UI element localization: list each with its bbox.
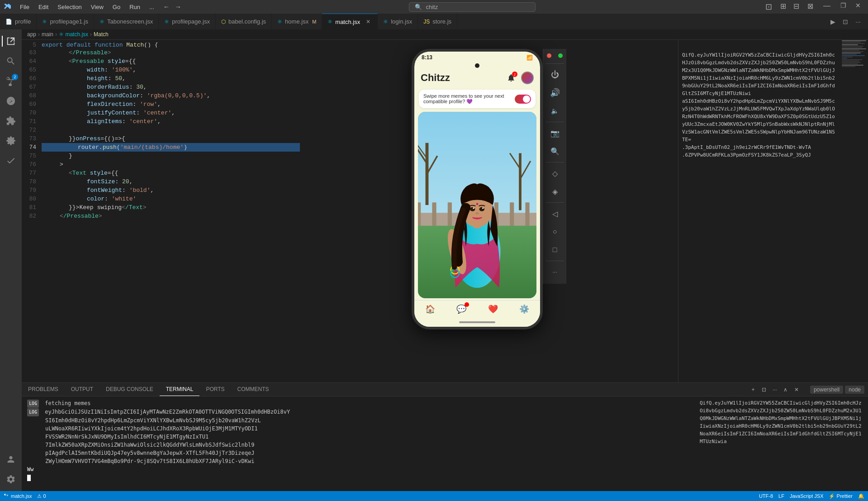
terminal-cursor bbox=[27, 475, 31, 481]
tab-babel[interactable]: ⬡ babel.config.js bbox=[216, 14, 272, 29]
phone-camera-dot bbox=[475, 63, 479, 68]
sidebar-item-extensions[interactable] bbox=[2, 112, 20, 130]
phone-nav-bar[interactable]: 🏠 💬 ❤️ ⚙️ bbox=[414, 300, 540, 318]
minimize-button[interactable]: — bbox=[819, 2, 835, 12]
home-button[interactable]: ○ bbox=[547, 224, 563, 240]
layout-toggle-1[interactable]: ⊡ bbox=[762, 2, 776, 12]
phone-avatar[interactable] bbox=[521, 72, 534, 84]
go-menu[interactable]: Go bbox=[109, 3, 124, 11]
sidebar-item-settings[interactable] bbox=[2, 470, 20, 488]
edit-menu[interactable]: Edit bbox=[35, 3, 52, 11]
kill-terminal-button[interactable]: ··· bbox=[770, 385, 779, 394]
tab-home[interactable]: ⚛ home.jsx M bbox=[272, 14, 322, 29]
node-terminal[interactable]: node bbox=[845, 386, 864, 394]
back-button[interactable]: ◁ bbox=[547, 205, 563, 222]
sidebar-item-testing[interactable] bbox=[2, 152, 20, 170]
volume-up-button[interactable]: 🔊 bbox=[547, 85, 563, 101]
tab-label-profile: profile bbox=[15, 18, 31, 25]
phone-nav-settings[interactable]: ⚙️ bbox=[519, 304, 529, 314]
svg-point-26 bbox=[470, 207, 475, 211]
breadcrumb-file: ⚛ match.jsx bbox=[59, 31, 88, 38]
log-text-1: fetching memes bbox=[45, 400, 90, 406]
tab-label-profilepage2: profilepage.jsx bbox=[172, 18, 210, 25]
tab-icon-login: ⚛ bbox=[383, 19, 388, 25]
command-palette[interactable]: 🔍 chitz bbox=[409, 2, 536, 12]
sim-separator bbox=[545, 63, 564, 64]
tab-match[interactable]: ⚛ match.jsx ✕ bbox=[322, 14, 378, 29]
tab-store[interactable]: JS store.js bbox=[418, 14, 457, 29]
volume-down-button[interactable]: 🔈 bbox=[547, 103, 563, 119]
log-line-4: uLWNoaXR6RIiwiYXkIjoicm4tY2hpdHoiLCJhdXR… bbox=[27, 425, 693, 433]
nav-forward-button[interactable]: → bbox=[173, 2, 183, 11]
svg-rect-12 bbox=[448, 202, 452, 228]
panel-tab-comments[interactable]: COMMENTS bbox=[231, 383, 275, 396]
sidebar-item-remote[interactable] bbox=[2, 132, 20, 150]
sidebar-item-source-control[interactable]: 2 bbox=[2, 72, 20, 90]
overview-button[interactable]: □ bbox=[547, 242, 563, 258]
search-icon: 🔍 bbox=[415, 4, 422, 10]
run-code-button[interactable]: ▶ bbox=[829, 17, 837, 26]
split-terminal-button[interactable]: ⊡ bbox=[759, 385, 768, 394]
powershell-terminal[interactable]: powershell bbox=[810, 386, 843, 394]
more-actions-button[interactable]: ··· bbox=[854, 17, 863, 26]
breadcrumb: app › main › ⚛ match.jsx › Match bbox=[22, 29, 868, 40]
menu-bar: File Edit Selection View Go Run ... bbox=[16, 3, 158, 11]
layout-toggle-2[interactable]: ⊞ bbox=[778, 2, 789, 12]
panel-tab-output[interactable]: OUTPUT bbox=[65, 383, 100, 396]
close-button[interactable]: ✕ bbox=[852, 2, 864, 12]
sidebar-item-explorer[interactable] bbox=[2, 32, 20, 50]
maximize-panel-button[interactable]: ∧ bbox=[781, 385, 790, 394]
tab-close-match[interactable]: ✕ bbox=[365, 18, 372, 25]
erase-button[interactable]: ◈ bbox=[547, 183, 563, 200]
layout-toggle-4[interactable]: ⊠ bbox=[804, 2, 817, 12]
sidebar-item-accounts[interactable] bbox=[2, 450, 20, 468]
panel-tab-terminal[interactable]: TERMINAL bbox=[160, 383, 200, 396]
sidebar-item-search[interactable] bbox=[2, 52, 20, 70]
code-line-80: color: 'white' bbox=[42, 195, 300, 203]
nav-back-button[interactable]: ← bbox=[161, 2, 171, 11]
split-editor-button[interactable]: ⊡ bbox=[841, 17, 850, 26]
tab-tabonescreen[interactable]: ⚛ Tabonescreen.jsx bbox=[94, 14, 159, 29]
layout-toggle-3[interactable]: ⊟ bbox=[791, 2, 802, 12]
code-editor[interactable]: 5 export default function Match() { 63 6… bbox=[22, 40, 300, 382]
prompt-text: Ww bbox=[27, 466, 33, 472]
close-panel-button[interactable]: ✕ bbox=[792, 385, 801, 394]
tab-bar: 📄 profile ⚛ profilepage1.js ⚛ Tabonescre… bbox=[0, 14, 868, 29]
phone-nav-chat[interactable]: 💬 bbox=[456, 304, 466, 314]
tab-profilepage2[interactable]: ⚛ profilepage.jsx bbox=[159, 14, 216, 29]
tab-login[interactable]: ⚛ login.jsx bbox=[378, 14, 418, 29]
sim-zoom-button[interactable] bbox=[558, 53, 563, 58]
svg-point-28 bbox=[473, 207, 474, 209]
phone-area: 8:13 📶 Chitzz bbox=[300, 40, 678, 382]
new-terminal-button[interactable]: + bbox=[749, 385, 758, 394]
phone-wifi-icon: 📶 bbox=[526, 55, 533, 61]
toggle-button[interactable] bbox=[515, 95, 531, 104]
code-lines-area[interactable]: 63 64 65 66 67 68 69 70 71 72 73 74 75 7… bbox=[22, 48, 300, 382]
tab-label-babel: babel.config.js bbox=[228, 18, 266, 25]
panel-tab-problems[interactable]: PROBLEMS bbox=[22, 383, 65, 396]
sim-close-button[interactable] bbox=[547, 53, 551, 58]
power-button[interactable]: ⏻ bbox=[547, 67, 563, 83]
phone-nav-home[interactable]: 🏠 bbox=[425, 304, 435, 314]
view-menu[interactable]: View bbox=[87, 3, 107, 11]
maximize-button[interactable]: ❐ bbox=[837, 2, 850, 12]
more-menu[interactable]: ... bbox=[146, 3, 158, 11]
selection-menu[interactable]: Selection bbox=[54, 3, 85, 11]
tab-profile[interactable]: 📄 profile bbox=[0, 14, 37, 29]
more-sim-options-button[interactable]: ··· bbox=[547, 264, 563, 280]
panel-tab-ports[interactable]: PORTS bbox=[199, 383, 231, 396]
camera-button[interactable]: 📷 bbox=[547, 125, 563, 141]
notification-bell-icon[interactable]: 2 bbox=[505, 72, 517, 84]
draw-button[interactable]: ◇ bbox=[547, 165, 563, 181]
run-menu[interactable]: Run bbox=[126, 3, 144, 11]
file-menu[interactable]: File bbox=[16, 3, 33, 11]
panel-tab-debug-console[interactable]: DEBUG CONSOLE bbox=[100, 383, 160, 396]
code-text-area[interactable]: </Pressable> <Pressable style={{ width: … bbox=[40, 48, 300, 382]
tab-profilepage1[interactable]: ⚛ profilepage1.js bbox=[37, 14, 94, 29]
sidebar-item-run-debug[interactable] bbox=[2, 92, 20, 110]
zoom-button[interactable]: 🔍 bbox=[547, 143, 563, 159]
swipe-banner-text: Swipe more memes to see your next compat… bbox=[423, 93, 515, 105]
phone-screen: 8:13 📶 Chitzz bbox=[414, 52, 540, 327]
terminal-right-log: QifQ.eyJuYW1lIjoiRGV2YW55ZaCBCIiwicGljdH… bbox=[700, 399, 863, 488]
phone-nav-heart[interactable]: ❤️ bbox=[488, 304, 498, 314]
